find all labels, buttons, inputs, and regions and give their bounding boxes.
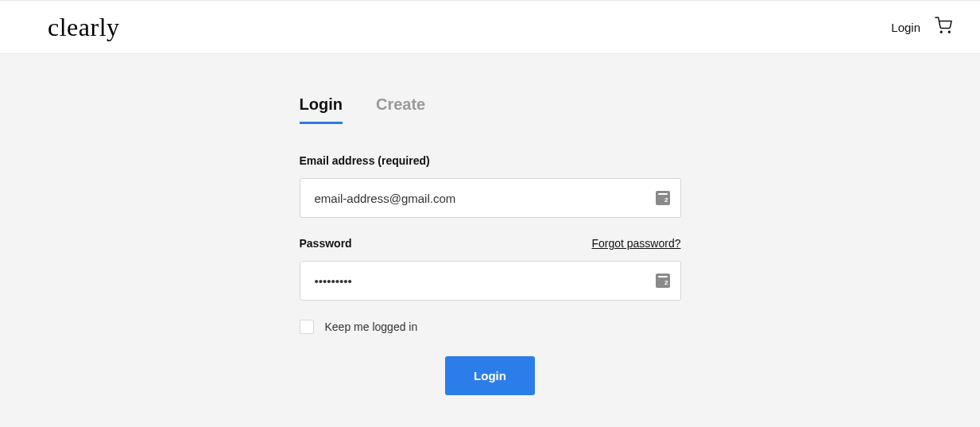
keep-logged-label: Keep me logged in [325,320,418,333]
email-label: Email address (required) [300,154,681,167]
login-button[interactable]: Login [445,356,535,395]
submit-row: Login [300,356,681,395]
email-field[interactable] [300,178,681,218]
keep-logged-checkbox[interactable] [300,320,314,334]
forgot-password-link[interactable]: Forgot password? [591,237,680,250]
keep-logged-row: Keep me logged in [300,320,681,334]
password-manager-icon[interactable] [656,274,670,288]
auth-tabs: Login Create [300,95,681,124]
header-actions: Login [891,17,952,37]
tab-create[interactable]: Create [376,95,425,124]
brand-logo[interactable]: clearly [48,13,120,42]
login-form: Login Create Email address (required) Pa… [300,95,681,427]
password-field[interactable] [300,261,681,301]
tab-login[interactable]: Login [300,95,343,124]
password-label-row: Password Forgot password? [300,237,681,250]
header-login-link[interactable]: Login [891,21,920,34]
header: clearly Login [0,0,980,54]
page-content: Login Create Email address (required) Pa… [0,54,980,427]
cart-icon[interactable] [935,17,952,37]
svg-point-0 [940,31,942,33]
password-input-wrap [300,261,681,301]
email-input-wrap [300,178,681,218]
password-label: Password [300,237,352,250]
password-manager-icon[interactable] [656,191,670,205]
svg-point-1 [948,31,950,33]
